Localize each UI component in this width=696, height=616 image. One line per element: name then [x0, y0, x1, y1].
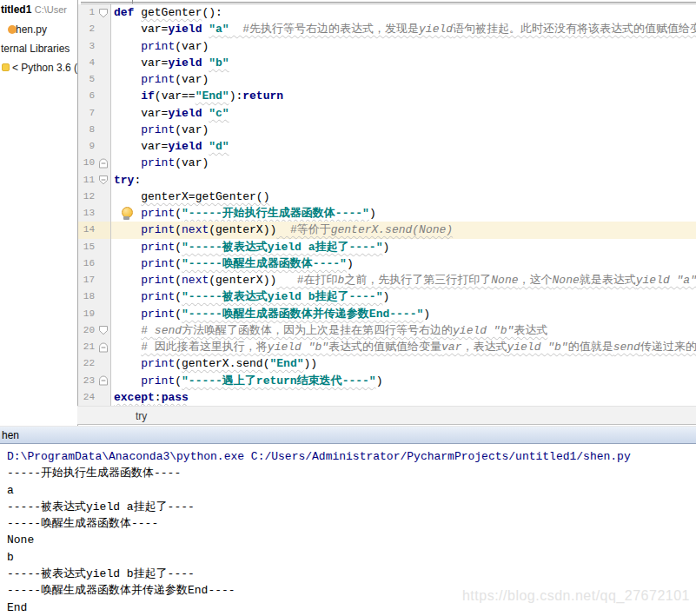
- code-line[interactable]: 15 print("-----被表达式yield a挂起了----"): [78, 239, 696, 255]
- gutter-cell[interactable]: 24: [78, 389, 111, 406]
- code-line[interactable]: 12 genterX=getGenter(): [78, 189, 696, 205]
- gutter-cell[interactable]: 7: [78, 105, 111, 122]
- line-number[interactable]: 17: [78, 272, 95, 288]
- code-token: pass: [162, 391, 189, 404]
- python-icon: [2, 63, 10, 71]
- code-token: (var): [175, 123, 209, 136]
- code-line[interactable]: 5 print(var): [78, 71, 696, 88]
- line-number[interactable]: 24: [78, 389, 95, 406]
- line-number[interactable]: 20: [78, 322, 95, 339]
- gutter-cell[interactable]: 23: [78, 373, 111, 389]
- gutter-cell[interactable]: 9: [78, 138, 111, 155]
- gutter-marker-area: [95, 105, 111, 122]
- line-number[interactable]: 7: [78, 105, 95, 122]
- line-number[interactable]: 11: [78, 172, 95, 189]
- gutter-cell[interactable]: 14: [78, 222, 111, 238]
- gutter-cell[interactable]: 22: [78, 355, 111, 372]
- code-line[interactable]: 2 var=yield "a" #先执行等号右边的表达式，发现是yield语句被…: [78, 21, 696, 37]
- line-number[interactable]: 4: [78, 55, 95, 71]
- code-token: print: [141, 123, 175, 136]
- project-name: titled1: [1, 3, 31, 16]
- gutter-cell[interactable]: 2: [78, 21, 111, 37]
- line-number[interactable]: 23: [78, 373, 95, 389]
- line-number[interactable]: 8: [78, 122, 95, 138]
- code-token: print: [141, 207, 175, 220]
- code-line[interactable]: 13 print("-----开始执行生成器函数体----"): [78, 205, 696, 222]
- code-line[interactable]: 14 print(next(genterX)) #等价于genterX.send…: [78, 222, 696, 238]
- line-number[interactable]: 5: [78, 71, 95, 88]
- code-line[interactable]: 19 print("-----唤醒生成器函数体并传递参数End----"): [78, 306, 696, 322]
- fold-end-icon[interactable]: [98, 158, 109, 169]
- code-line[interactable]: 9 var=yield "d": [78, 138, 696, 155]
- gutter-cell[interactable]: 17: [78, 272, 111, 288]
- gutter-cell[interactable]: 21: [78, 339, 111, 355]
- sidebar-item-external-libraries[interactable]: ternal Libraries: [1, 40, 70, 57]
- gutter-cell[interactable]: 18: [78, 288, 111, 305]
- line-number[interactable]: 18: [78, 288, 95, 305]
- gutter-cell[interactable]: 4: [78, 55, 111, 71]
- project-root-item[interactable]: titled1 C:\User: [1, 1, 67, 18]
- gutter-cell[interactable]: 19: [78, 306, 111, 322]
- line-number[interactable]: 22: [78, 355, 95, 372]
- code-line[interactable]: 20 # send方法唤醒了函数体，因为上次是挂在第四行等号右边的yield "…: [78, 322, 696, 339]
- code-line[interactable]: 22 print(genterX.send("End")): [78, 355, 696, 372]
- line-number[interactable]: 15: [78, 239, 95, 255]
- code-line[interactable]: 18 print("-----被表达式yield b挂起了----"): [78, 288, 696, 305]
- gutter-marker-area: [95, 138, 111, 155]
- code-line[interactable]: 21 # 因此接着这里执行，将yield "b"表达式的值赋值给变量var，表达…: [78, 339, 696, 355]
- code-line[interactable]: 3 print(var): [78, 38, 696, 55]
- code-line[interactable]: 6 if(var=="End"):return: [78, 88, 696, 104]
- code-line[interactable]: 8 print(var): [78, 122, 696, 138]
- code-line[interactable]: 17 print(next(genterX)) #在打印b之前，先执行了第三行打…: [78, 272, 696, 288]
- fold-open-icon[interactable]: [98, 175, 109, 185]
- run-console-header[interactable]: hen: [0, 426, 696, 444]
- gutter-cell[interactable]: 8: [78, 122, 111, 138]
- fold-end-icon[interactable]: [98, 375, 109, 386]
- gutter-cell[interactable]: 11: [78, 172, 111, 189]
- breadcrumb-scope[interactable]: try: [136, 407, 147, 425]
- line-number[interactable]: 14: [78, 222, 95, 238]
- gutter-cell[interactable]: 5: [78, 71, 111, 88]
- fold-open-icon[interactable]: [98, 325, 109, 335]
- line-number[interactable]: 13: [78, 205, 95, 222]
- code-line[interactable]: 10 print(var): [78, 155, 696, 171]
- line-number[interactable]: 12: [78, 189, 95, 205]
- code-token: [114, 40, 141, 53]
- line-number[interactable]: 3: [78, 38, 95, 55]
- fold-end-icon[interactable]: [98, 342, 109, 353]
- code-token: # 因此接着这里执行，将: [141, 341, 268, 354]
- line-number[interactable]: 21: [78, 339, 95, 355]
- code-editor[interactable]: 1def getGenter():2 var=yield "a" #先执行等号右…: [78, 0, 696, 406]
- gutter-marker-area: [95, 272, 111, 288]
- gutter-cell[interactable]: 6: [78, 88, 111, 104]
- gutter-cell[interactable]: 1: [78, 4, 111, 21]
- code-line[interactable]: 23 print("-----遇上了return结束迭代----"): [78, 373, 696, 389]
- sidebar-item-shen-py[interactable]: shen.py: [10, 21, 47, 38]
- intention-bulb-icon[interactable]: [122, 207, 131, 220]
- sidebar-item-python-interpreter[interactable]: < Python 3.6 (u: [12, 59, 83, 76]
- line-number[interactable]: 19: [78, 306, 95, 322]
- code-text: print("-----开始执行生成器函数体----"): [111, 205, 376, 222]
- line-number[interactable]: 10: [78, 155, 95, 171]
- line-number[interactable]: 1: [78, 4, 95, 21]
- fold-open-icon[interactable]: [98, 8, 109, 18]
- line-number[interactable]: 16: [78, 255, 95, 272]
- code-token: print: [141, 223, 175, 236]
- code-line[interactable]: 16 print("-----唤醒生成器函数体----"): [78, 255, 696, 272]
- gutter-cell[interactable]: 20: [78, 322, 111, 339]
- gutter-cell[interactable]: 3: [78, 38, 111, 55]
- code-line[interactable]: 7 var=yield "c": [78, 105, 696, 122]
- gutter-cell[interactable]: 16: [78, 255, 111, 272]
- code-line[interactable]: 11try:: [78, 172, 696, 189]
- gutter-cell[interactable]: 10: [78, 155, 111, 171]
- line-number[interactable]: 6: [78, 88, 95, 104]
- line-number[interactable]: 2: [78, 21, 95, 37]
- code-line[interactable]: 1def getGenter():: [78, 4, 696, 21]
- code-line[interactable]: 24except:pass: [78, 389, 696, 406]
- gutter-cell[interactable]: 12: [78, 189, 111, 205]
- run-console-tab[interactable]: hen: [2, 427, 19, 443]
- gutter-cell[interactable]: 13: [78, 205, 111, 222]
- gutter-cell[interactable]: 15: [78, 239, 111, 255]
- code-line[interactable]: 4 var=yield "b": [78, 55, 696, 71]
- line-number[interactable]: 9: [78, 138, 95, 155]
